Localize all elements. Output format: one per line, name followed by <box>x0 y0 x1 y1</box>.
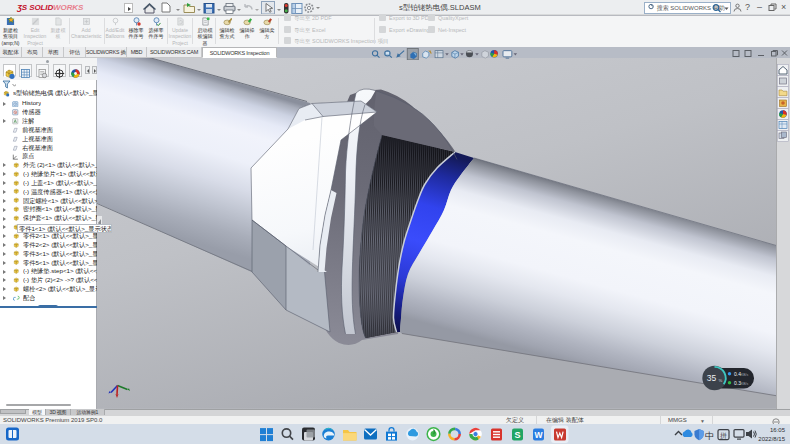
svg-text:中: 中 <box>705 431 714 441</box>
svg-text:拼: 拼 <box>720 432 727 439</box>
svg-text:%: % <box>719 378 723 383</box>
svg-text:S: S <box>514 430 520 440</box>
svg-text:W: W <box>534 430 543 440</box>
svg-text:35: 35 <box>707 373 717 383</box>
